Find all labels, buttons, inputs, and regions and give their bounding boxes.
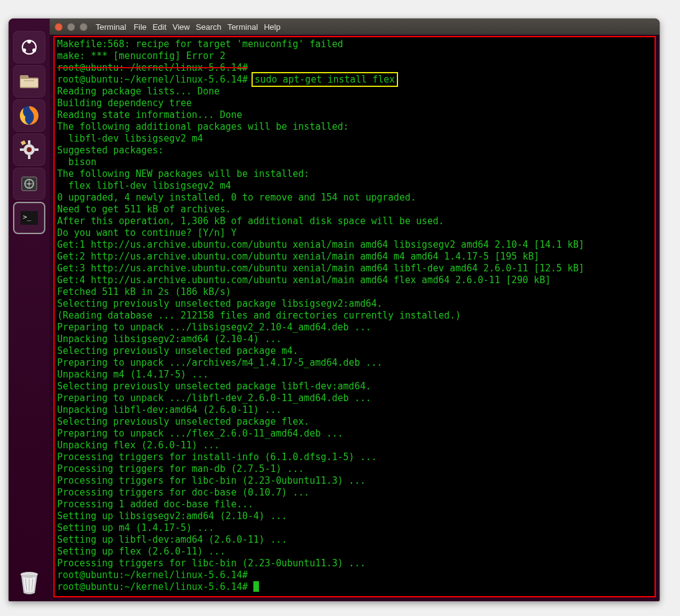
- terminal-line: Processing triggers for doc-base (0.10.7…: [57, 487, 652, 499]
- launcher-settings-icon[interactable]: [13, 134, 45, 166]
- launcher-dash-icon[interactable]: [13, 31, 45, 63]
- terminal-line: root@ubuntu:~/kernel/linux-5.6.14# sudo …: [57, 74, 652, 86]
- terminal-line: Selecting previously unselected package …: [57, 416, 652, 428]
- terminal-line: root@ubuntu:~/kernel/linux-5.6.14#: [57, 581, 652, 593]
- terminal-line: Makefile:568: recipe for target 'menucon…: [57, 38, 652, 50]
- svg-rect-11: [28, 140, 30, 144]
- terminal-line: Preparing to unpack .../flex_2.6.0-11_am…: [57, 428, 652, 440]
- terminal-line: Unpacking m4 (1.4.17-5) ...: [57, 369, 652, 381]
- svg-rect-5: [20, 75, 29, 79]
- terminal-line: Processing 1 added doc-base file...: [57, 499, 652, 510]
- window-titlebar[interactable]: Terminal File Edit View Search Terminal …: [50, 19, 660, 35]
- terminal-line: bison: [57, 156, 652, 168]
- terminal-line: The following additional packages will b…: [57, 121, 652, 133]
- terminal-line: Selecting previously unselected package …: [57, 381, 652, 392]
- terminal-line: Get:4 http://us.archive.ubuntu.com/ubunt…: [57, 274, 652, 286]
- terminal-line: 0 upgraded, 4 newly installed, 0 to remo…: [57, 192, 652, 204]
- terminal-line: The following NEW packages will be insta…: [57, 168, 652, 180]
- terminal-line: Selecting previously unselected package …: [57, 298, 652, 310]
- terminal-line: Processing triggers for libc-bin (2.23-0…: [57, 558, 652, 569]
- terminal-line: Setting up m4 (1.4.17-5) ...: [57, 522, 652, 534]
- window-minimize-icon[interactable]: [67, 23, 75, 31]
- svg-point-1: [27, 40, 31, 43]
- terminal-line: Need to get 511 kB of archives.: [57, 204, 652, 215]
- terminal-line: Building dependency tree: [57, 97, 652, 109]
- svg-point-10: [27, 147, 32, 152]
- menu-view[interactable]: View: [171, 22, 192, 32]
- terminal-line: Preparing to unpack .../archives/m4_1.4.…: [57, 357, 652, 369]
- highlighted-command: sudo apt-get install flex: [253, 74, 396, 85]
- terminal-line: Unpacking libfl-dev:amd64 (2.6.0-11) ...: [57, 404, 652, 416]
- terminal-line: Get:1 http://us.archive.ubuntu.com/ubunt…: [57, 239, 652, 251]
- terminal-line: Reading state information... Done: [57, 109, 652, 121]
- window-content: Terminal File Edit View Search Terminal …: [50, 19, 660, 601]
- svg-rect-6: [20, 79, 38, 87]
- terminal-line: libfl-dev libsigsegv2 m4: [57, 133, 652, 145]
- window-title: Terminal: [96, 22, 126, 32]
- terminal-line: Selecting previously unselected package …: [57, 345, 652, 357]
- terminal-line: Unpacking flex (2.6.0-11) ...: [57, 440, 652, 451]
- window-maximize-icon[interactable]: [79, 23, 88, 31]
- svg-point-3: [32, 48, 36, 52]
- terminal-line: Setting up libsigsegv2:amd64 (2.10-4) ..…: [57, 510, 652, 522]
- svg-rect-14: [35, 148, 39, 151]
- menu-help[interactable]: Help: [262, 22, 283, 32]
- terminal-line: Get:3 http://us.archive.ubuntu.com/ubunt…: [57, 263, 652, 274]
- terminal-line: make: *** [menuconfig] Error 2: [57, 50, 652, 62]
- terminal-line: Suggested packages:: [57, 145, 652, 156]
- terminal-viewport[interactable]: Makefile:568: recipe for target 'menucon…: [53, 36, 656, 597]
- launcher-terminal-icon[interactable]: >_: [13, 202, 45, 234]
- svg-point-2: [22, 48, 26, 52]
- launcher-vault-icon[interactable]: [13, 168, 45, 200]
- terminal-line: Get:2 http://us.archive.ubuntu.com/ubunt…: [57, 251, 652, 263]
- terminal-line: Processing triggers for install-info (6.…: [57, 451, 652, 463]
- unity-launcher: >_: [9, 19, 50, 601]
- terminal-line: After this operation, 1,306 kB of additi…: [57, 215, 652, 227]
- menu-edit[interactable]: Edit: [151, 22, 168, 32]
- terminal-line: flex libfl-dev libsigsegv2 m4: [57, 180, 652, 192]
- launcher-firefox-icon[interactable]: [13, 99, 45, 132]
- terminal-line: Fetched 511 kB in 2s (186 kB/s): [57, 286, 652, 298]
- terminal-cursor: [253, 581, 259, 592]
- terminal-line: Unpacking libsigsegv2:amd64 (2.10-4) ...: [57, 333, 652, 345]
- menu-terminal[interactable]: Terminal: [225, 22, 260, 32]
- terminal-line: root@ubuntu:~/kernel/linux-5.6.14#: [57, 569, 652, 581]
- terminal-line: Processing triggers for man-db (2.7.5-1)…: [57, 463, 652, 475]
- menu-file[interactable]: File: [132, 22, 148, 32]
- svg-rect-12: [28, 155, 30, 159]
- terminal-line: Reading package lists... Done: [57, 86, 652, 97]
- terminal-line: Setting up flex (2.6.0-11) ...: [57, 546, 652, 558]
- terminal-line: Setting up libfl-dev:amd64 (2.6.0-11) ..…: [57, 534, 652, 546]
- svg-rect-7: [24, 80, 34, 81]
- terminal-line: root@ubuntu:~/kernel/linux-5.6.14#: [57, 62, 652, 74]
- terminal-line: Preparing to unpack .../libfl-dev_2.6.0-…: [57, 392, 652, 404]
- launcher-trash-icon[interactable]: [9, 568, 50, 596]
- terminal-line: (Reading database ... 212158 files and d…: [57, 310, 652, 322]
- terminal-line: Preparing to unpack .../libsigsegv2_2.10…: [57, 322, 652, 333]
- menu-search[interactable]: Search: [194, 22, 223, 32]
- svg-rect-13: [20, 148, 24, 151]
- menubar: File Edit View Search Terminal Help: [132, 22, 283, 32]
- launcher-files-icon[interactable]: [13, 65, 45, 97]
- window-close-icon[interactable]: [55, 23, 63, 31]
- desktop-window: >_ Terminal File Edit View Search Termin…: [9, 19, 660, 601]
- terminal-line: Do you want to continue? [Y/n] Y: [57, 227, 652, 239]
- svg-text:>_: >_: [23, 213, 32, 221]
- terminal-line: Processing triggers for libc-bin (2.23-0…: [57, 475, 652, 487]
